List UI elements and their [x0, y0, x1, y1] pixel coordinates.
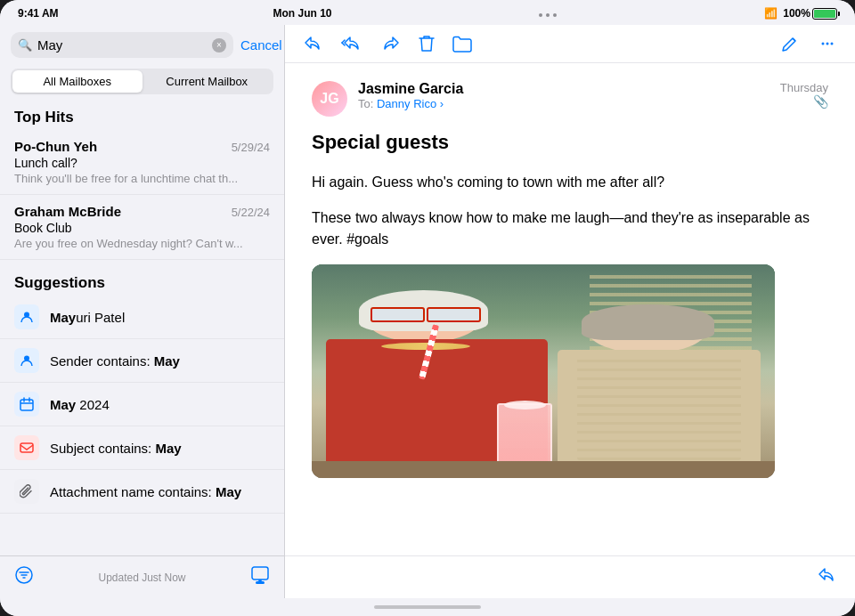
- segment-current-mailbox[interactable]: Current Mailbox: [142, 70, 273, 93]
- suggestion-paperclip-icon: [14, 479, 39, 504]
- trash-icon[interactable]: [419, 34, 435, 53]
- svg-point-9: [826, 43, 829, 45]
- search-input[interactable]: [37, 37, 207, 53]
- email-body-para-2: These two always know how to make me lau…: [312, 207, 828, 250]
- folder-icon[interactable]: [452, 35, 472, 53]
- bottom-reply-bar: [285, 555, 855, 598]
- suggestion-sender[interactable]: Sender contains: May: [0, 339, 284, 383]
- svg-rect-3: [20, 443, 33, 452]
- mailbox-segment-control: All Mailboxes Current Mailbox: [11, 69, 273, 94]
- svg-rect-2: [20, 400, 33, 410]
- suggestion-text-1: Mayuri Patel: [50, 310, 125, 325]
- toolbar-right: [780, 34, 837, 53]
- left-panel: 🔍 × Cancel All Mailboxes Current Mailbox…: [0, 25, 285, 598]
- email-content: JG Jasmine Garcia To: Danny Rico › Thurs…: [285, 63, 855, 555]
- svg-point-10: [831, 43, 834, 45]
- status-time: 9:41 AM: [18, 7, 59, 20]
- suggestion-text-4: Subject contains: May: [50, 441, 182, 456]
- compose-new-icon[interactable]: [780, 34, 800, 53]
- photo-scene: [312, 264, 775, 478]
- milkshake: [497, 403, 552, 467]
- email-meta: Jasmine Garcia To: Danny Rico ›: [358, 81, 780, 110]
- email-item-po-chun[interactable]: Po-Chun Yeh 5/29/24 Lunch call? Think yo…: [0, 130, 284, 195]
- status-bar: 9:41 AM Mon Jun 10 📶 100%: [0, 0, 855, 25]
- compose-mailbox-icon[interactable]: [250, 565, 270, 589]
- suggestion-envelope-icon: [14, 435, 39, 460]
- email-preview-1: Think you'll be free for a lunchtime cha…: [14, 172, 270, 185]
- more-options-icon[interactable]: [818, 34, 837, 53]
- email-sender-2: Graham McBride: [14, 204, 121, 219]
- email-to-chevron: ›: [440, 97, 444, 110]
- battery-percent: 100%: [783, 7, 810, 20]
- email-body-para-1: Hi again. Guess who's coming to town wit…: [312, 172, 828, 193]
- email-date-2: 5/22/24: [232, 206, 270, 219]
- bottom-bar: Updated Just Now: [0, 555, 284, 598]
- suggestion-attachment[interactable]: Attachment name contains: May: [0, 470, 284, 514]
- suggestion-person-icon-2: [14, 348, 39, 373]
- email-to-name: Danny Rico: [377, 97, 436, 110]
- email-from: Jasmine Garcia: [358, 81, 780, 97]
- email-body: Hi again. Guess who's coming to town wit…: [312, 172, 828, 250]
- home-indicator: [0, 598, 855, 616]
- forward-icon[interactable]: [381, 35, 401, 53]
- right-panel: JG Jasmine Garcia To: Danny Rico › Thurs…: [285, 25, 855, 598]
- suggestion-text-5: Attachment name contains: May: [50, 484, 241, 499]
- status-dots: [539, 10, 557, 17]
- email-subject-2: Book Club: [14, 221, 270, 235]
- email-date-1: 5/29/24: [232, 141, 270, 154]
- status-date: Mon Jun 10: [273, 7, 331, 20]
- suggestion-text-2: Sender contains: May: [50, 353, 180, 369]
- reply-icon[interactable]: [303, 35, 322, 53]
- status-right: 📶 100%: [764, 7, 837, 20]
- suggestion-calendar-icon: [14, 392, 39, 417]
- email-header-right: Thursday 📎: [780, 81, 828, 109]
- email-preview-2: Are you free on Wednesday night? Can't w…: [14, 237, 270, 250]
- email-header-row: JG Jasmine Garcia To: Danny Rico › Thurs…: [312, 81, 828, 117]
- clear-icon: ×: [216, 40, 222, 50]
- attachment-indicator-icon: 📎: [780, 94, 828, 109]
- suggestions-header: Suggestions: [0, 267, 284, 296]
- email-sender-1: Po-Chun Yeh: [14, 139, 97, 154]
- email-subject: Special guests: [312, 131, 828, 154]
- updated-text: Updated Just Now: [98, 571, 185, 584]
- suggestion-mayuri[interactable]: Mayuri Patel: [0, 296, 284, 339]
- suggestion-text-3: May 2024: [50, 397, 110, 412]
- search-clear-button[interactable]: ×: [212, 38, 226, 53]
- battery-bar: [812, 8, 837, 20]
- home-bar: [374, 605, 481, 609]
- svg-rect-6: [256, 581, 265, 584]
- svg-point-8: [822, 43, 825, 45]
- svg-rect-5: [252, 567, 268, 580]
- suggestion-subject[interactable]: Subject contains: May: [0, 426, 284, 470]
- search-icon: 🔍: [18, 38, 32, 52]
- battery-fill: [814, 10, 835, 18]
- email-item-graham[interactable]: Graham McBride 5/22/24 Book Club Are you…: [0, 195, 284, 260]
- reply-button[interactable]: [816, 565, 837, 589]
- top-hits-header: Top Hits: [0, 101, 284, 130]
- email-timestamp: Thursday: [780, 81, 828, 94]
- wifi-icon: 📶: [764, 7, 778, 20]
- email-subject-1: Lunch call?: [14, 156, 270, 170]
- suggestion-calendar[interactable]: May 2024: [0, 383, 284, 426]
- segment-all-mailboxes[interactable]: All Mailboxes: [12, 70, 142, 93]
- svg-rect-7: [258, 580, 262, 581]
- search-cancel-button[interactable]: Cancel: [240, 37, 282, 53]
- right-person: [558, 303, 761, 478]
- search-bar: 🔍 × Cancel: [0, 25, 284, 65]
- email-to[interactable]: To: Danny Rico ›: [358, 97, 780, 110]
- filter-icon[interactable]: [14, 565, 34, 589]
- email-toolbar: [285, 25, 855, 63]
- toolbar-left: [303, 34, 472, 53]
- sender-avatar: JG: [312, 81, 347, 117]
- battery: 100%: [783, 7, 837, 20]
- suggestion-person-icon-1: [14, 304, 39, 329]
- search-input-container[interactable]: 🔍 ×: [11, 32, 233, 58]
- email-image: [312, 264, 775, 478]
- reply-all-icon[interactable]: [340, 35, 363, 53]
